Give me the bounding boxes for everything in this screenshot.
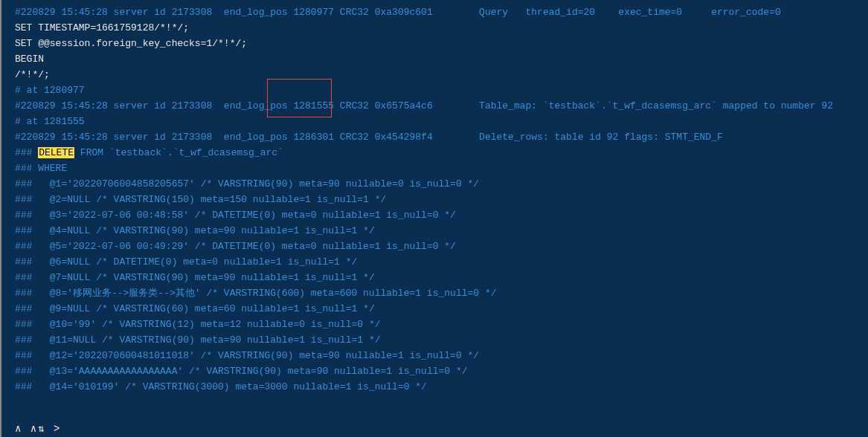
log-line: ### @12='2022070600481011018' /* VARSTRI… bbox=[15, 348, 868, 363]
log-line: SET TIMESTAMP=1661759128/*!*/; bbox=[15, 20, 868, 36]
log-line: ### @3='2022-07-06 00:48:58' /* DATETIME… bbox=[15, 207, 868, 223]
log-line: # at 1281555 bbox=[15, 114, 868, 129]
log-line: ### @4=NULL /* VARSTRING(90) meta=90 nul… bbox=[15, 223, 868, 239]
log-line: #220829 15:45:28 server id 2173308 end_l… bbox=[15, 98, 868, 114]
log-line: ### @5='2022-07-06 00:49:29' /* DATETIME… bbox=[15, 239, 868, 254]
log-line: ### @1='20220706004858205657' /* VARSTRI… bbox=[15, 176, 868, 192]
suffix: FROM `testback`.`t_wf_dcasemsg_arc` bbox=[74, 147, 283, 158]
log-line: ### @14='010199' /* VARSTRING(3000) meta… bbox=[15, 379, 868, 395]
log-line: BEGIN bbox=[15, 51, 868, 67]
log-line: ### WHERE bbox=[15, 161, 868, 176]
delete-highlight: DELETE bbox=[38, 147, 74, 158]
log-line: SET @@session.foreign_key_checks=1/*!*/; bbox=[15, 36, 868, 51]
log-line: #220829 15:45:28 server id 2173308 end_l… bbox=[15, 4, 868, 20]
search-navigation-icons[interactable]: ∧ ∧⇅ > bbox=[15, 421, 62, 437]
terminal-content: #220829 15:45:28 server id 2173308 end_l… bbox=[1, 0, 868, 395]
log-line: ### @13='AAAAAAAAAAAAAAAAA' /* VARSTRING… bbox=[15, 363, 868, 379]
log-line: ### @6=NULL /* DATETIME(0) meta=0 nullab… bbox=[15, 254, 868, 270]
log-line: # at 1280977 bbox=[15, 82, 868, 98]
log-line: ### @2=NULL /* VARSTRING(150) meta=150 n… bbox=[15, 192, 868, 207]
log-line: #220829 15:45:28 server id 2173308 end_l… bbox=[15, 129, 868, 145]
log-line: ### @8='移网业务-->服务类-->其他' /* VARSTRING(60… bbox=[15, 285, 868, 301]
log-line: ### DELETE FROM `testback`.`t_wf_dcasems… bbox=[15, 145, 868, 161]
prefix: ### bbox=[15, 147, 38, 158]
log-line: /*!*/; bbox=[15, 67, 868, 82]
log-line: ### @10='99' /* VARSTRING(12) meta=12 nu… bbox=[15, 317, 868, 332]
log-line: ### @7=NULL /* VARSTRING(90) meta=90 nul… bbox=[15, 270, 868, 285]
log-line: ### @11=NULL /* VARSTRING(90) meta=90 nu… bbox=[15, 332, 868, 348]
log-line: ### @9=NULL /* VARSTRING(60) meta=60 nul… bbox=[15, 301, 868, 317]
